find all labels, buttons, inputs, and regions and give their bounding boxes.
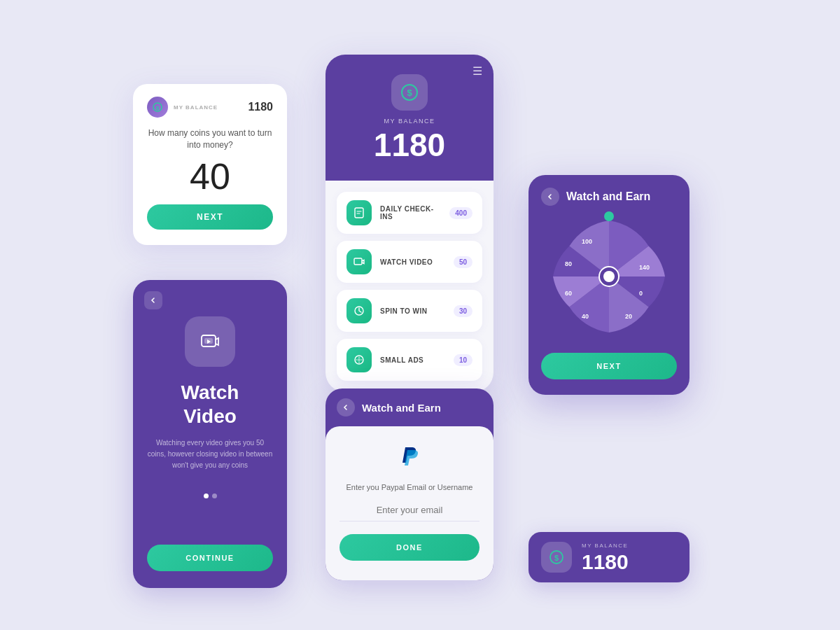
menu-icon[interactable]: ☰ bbox=[472, 64, 482, 78]
spin-title: Watch and Earn bbox=[566, 190, 650, 203]
dashboard-card: ☰ $ MY BALANCE 1180 DAILY CHECK-INS 400 bbox=[326, 55, 493, 392]
balance-card-small: $ MY BALANCE 1180 bbox=[528, 532, 690, 582]
dashboard-balance-number: 1180 bbox=[374, 129, 445, 161]
watch-label: WATCH VIDEO bbox=[380, 258, 445, 266]
balance-icon: $ bbox=[147, 97, 168, 118]
paypal-logo bbox=[397, 443, 422, 473]
spin-wheel-card: Watch and Earn 120 140 0 20 bbox=[528, 175, 690, 395]
back-button-earn[interactable] bbox=[337, 398, 355, 416]
daily-checkins-item[interactable]: DAILY CHECK-INS 400 bbox=[337, 192, 482, 234]
back-button-spin[interactable] bbox=[541, 188, 559, 206]
wheel-pointer bbox=[604, 211, 614, 221]
dashboard-balance-label: MY BALANCE bbox=[384, 118, 435, 125]
svg-text:60: 60 bbox=[565, 290, 572, 297]
dashboard-items: DAILY CHECK-INS 400 WATCH VIDEO 50 SPIN … bbox=[326, 181, 493, 392]
svg-rect-7 bbox=[354, 258, 362, 265]
done-button[interactable]: DONE bbox=[340, 534, 479, 561]
coin-count: 40 bbox=[147, 158, 273, 195]
dashboard-header: ☰ $ MY BALANCE 1180 bbox=[326, 55, 493, 181]
svg-text:0: 0 bbox=[639, 290, 643, 297]
ads-icon bbox=[346, 347, 372, 372]
svg-text:100: 100 bbox=[582, 238, 592, 245]
svg-text:$: $ bbox=[156, 105, 160, 111]
spin-to-win-item[interactable]: SPIN TO WIN 30 bbox=[337, 290, 482, 332]
svg-text:80: 80 bbox=[565, 260, 572, 267]
spin-header: Watch and Earn bbox=[541, 188, 677, 206]
spin-badge: 30 bbox=[454, 305, 472, 317]
svg-text:40: 40 bbox=[582, 313, 589, 320]
continue-button[interactable]: CONTINUE bbox=[147, 545, 273, 571]
svg-point-19 bbox=[603, 271, 615, 282]
ads-label: SMALL ADS bbox=[380, 356, 445, 364]
balance-small-number: 1180 bbox=[582, 552, 629, 573]
paypal-section: Enter you Paypal Email or Username DONE bbox=[326, 426, 493, 580]
svg-rect-6 bbox=[355, 208, 363, 218]
dot-2 bbox=[212, 493, 217, 498]
balance-card-top: $ MY BALANCE 1180 How many coins you wan… bbox=[133, 84, 287, 245]
small-ads-item[interactable]: SMALL ADS 10 bbox=[337, 339, 482, 381]
video-icon-box bbox=[185, 316, 235, 367]
svg-text:$: $ bbox=[554, 554, 559, 562]
watch-video-title: WatchVideo bbox=[181, 381, 239, 428]
svg-text:20: 20 bbox=[625, 313, 632, 320]
spin-label: SPIN TO WIN bbox=[380, 307, 445, 315]
checkins-badge: 400 bbox=[449, 207, 472, 219]
dollar-icon: $ bbox=[391, 74, 428, 111]
paypal-text: Enter you Paypal Email or Username bbox=[346, 482, 473, 493]
balance-question: How many coins you want to turn into mon… bbox=[147, 127, 273, 151]
spin-next-button[interactable]: NEXT bbox=[541, 353, 677, 379]
spin-wheel[interactable]: 120 140 0 20 40 60 80 bbox=[550, 217, 668, 336]
balance-info: MY BALANCE 1180 bbox=[582, 542, 629, 573]
watch-earn-header: Watch and Earn bbox=[326, 388, 493, 426]
next-button[interactable]: NEXT bbox=[147, 204, 273, 230]
watch-video-description: Watching every video gives you 50 coins,… bbox=[147, 438, 273, 471]
balance-amount: 1180 bbox=[248, 101, 273, 113]
ads-badge: 10 bbox=[454, 354, 472, 366]
dot-1 bbox=[204, 493, 209, 498]
watch-earn-title: Watch and Earn bbox=[362, 402, 441, 414]
dollar-icon-small: $ bbox=[541, 542, 572, 573]
email-input[interactable] bbox=[340, 505, 479, 522]
page-dots bbox=[204, 493, 217, 498]
watch-video-item[interactable]: WATCH VIDEO 50 bbox=[337, 241, 482, 283]
checkins-icon bbox=[346, 200, 372, 225]
balance-small-label: MY BALANCE bbox=[582, 542, 629, 549]
back-button[interactable] bbox=[144, 291, 162, 309]
svg-text:140: 140 bbox=[639, 264, 650, 271]
watch-video-card: WatchVideo Watching every video gives yo… bbox=[133, 280, 287, 588]
balance-label: MY BALANCE bbox=[174, 104, 218, 111]
watch-badge: 50 bbox=[454, 256, 472, 268]
watch-icon bbox=[346, 249, 372, 274]
svg-text:$: $ bbox=[407, 88, 412, 98]
watch-earn-card: Watch and Earn Enter you Paypal Email or… bbox=[326, 388, 493, 580]
checkins-label: DAILY CHECK-INS bbox=[380, 205, 441, 220]
spin-icon bbox=[346, 298, 372, 323]
